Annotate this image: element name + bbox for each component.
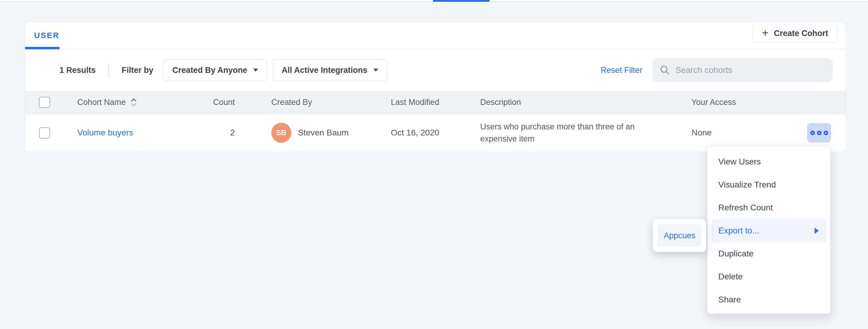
submenu-item-appcues[interactable]: Appcues [658, 224, 702, 247]
filter-bar-left: 1 Results Filter by Created By Anyone Al… [59, 59, 393, 81]
last-modified-value: Oct 16, 2020 [391, 128, 439, 138]
more-actions-button[interactable] [807, 124, 831, 142]
row-created-by-cell: SB Steven Baum [271, 114, 349, 152]
tab-user-active-underline [25, 47, 59, 49]
top-nav-strip [0, 0, 868, 2]
menu-item-duplicate[interactable]: Duplicate [707, 242, 830, 265]
header-description: Description [480, 91, 661, 114]
ellipsis-dot-icon [810, 131, 815, 135]
chevron-down-icon [253, 68, 258, 72]
header-cohort-name-label: Cohort Name [77, 98, 126, 107]
menu-item-export-to[interactable]: Export to... [712, 219, 826, 242]
search-icon [660, 65, 670, 75]
row-checkbox-cell [39, 114, 51, 152]
description-value: Users who purchase more than three of an… [480, 121, 661, 145]
header-your-access-label: Your Access [691, 98, 736, 107]
select-all-checkbox-cell [39, 91, 51, 114]
create-cohort-label: Create Cohort [774, 29, 828, 38]
created-by-dropdown[interactable]: Created By Anyone [163, 59, 267, 81]
header-created-by-label: Created By [271, 98, 312, 107]
row-your-access-cell: None [691, 114, 712, 152]
menu-item-view-users[interactable]: View Users [707, 150, 830, 173]
ellipsis-dot-icon [824, 131, 828, 135]
chevron-down-icon [373, 68, 378, 72]
filter-bar-right: Reset Filter [600, 58, 833, 82]
cohorts-panel: USER + Create Cohort 1 Results Filter by… [25, 22, 846, 151]
ellipsis-dot-icon [817, 131, 822, 135]
plus-icon: + [762, 28, 768, 38]
search-box[interactable] [652, 58, 833, 82]
your-access-value: None [691, 128, 712, 138]
header-last-modified[interactable]: Last Modified [391, 91, 439, 114]
filter-bar: 1 Results Filter by Created By Anyone Al… [25, 49, 845, 91]
header-count[interactable]: Count [158, 91, 235, 114]
menu-item-visualize-trend[interactable]: Visualize Trend [707, 173, 830, 196]
created-by-value: Steven Baum [298, 128, 349, 138]
header-last-modified-label: Last Modified [391, 98, 439, 107]
menu-item-refresh-count[interactable]: Refresh Count [707, 196, 830, 219]
row-actions-context-menu: View Users Visualize Trend Refresh Count… [707, 146, 831, 314]
tab-user[interactable]: USER [25, 22, 68, 49]
header-description-label: Description [480, 98, 521, 107]
header-created-by[interactable]: Created By [271, 91, 312, 114]
export-to-submenu: Appcues [653, 219, 706, 252]
menu-item-share[interactable]: Share [707, 288, 830, 311]
sort-icon[interactable] [131, 98, 137, 106]
integrations-dropdown[interactable]: All Active Integrations [273, 59, 387, 81]
filter-by-label: Filter by [122, 65, 153, 75]
row-count-cell: 2 [158, 114, 235, 152]
cohorts-page: USER + Create Cohort 1 Results Filter by… [0, 0, 868, 329]
header-count-label: Count [213, 98, 235, 107]
results-count: 1 Results [59, 65, 96, 75]
table-header-row: Cohort Name Count Created By Last Modifi… [25, 91, 845, 114]
avatar: SB [271, 123, 291, 143]
menu-item-export-to-label: Export to... [718, 226, 759, 236]
row-cohort-name-cell: Volume buyers [77, 114, 133, 152]
cohort-name-link[interactable]: Volume buyers [77, 128, 133, 138]
divider [108, 63, 109, 77]
submenu-arrow-icon [814, 228, 819, 234]
create-cohort-button[interactable]: + Create Cohort [753, 24, 838, 43]
row-description-cell: Users who purchase more than three of an… [480, 114, 661, 152]
menu-item-delete[interactable]: Delete [707, 265, 830, 288]
tab-bar: USER + Create Cohort [25, 22, 845, 49]
select-all-checkbox[interactable] [39, 97, 50, 108]
count-value: 2 [230, 128, 235, 138]
row-checkbox[interactable] [39, 127, 50, 138]
created-by-dropdown-label: Created By Anyone [172, 65, 247, 75]
search-input[interactable] [676, 65, 826, 75]
reset-filter-link[interactable]: Reset Filter [600, 65, 642, 75]
row-last-modified-cell: Oct 16, 2020 [391, 114, 439, 152]
tab-user-label: USER [34, 31, 59, 40]
integrations-dropdown-label: All Active Integrations [282, 65, 367, 75]
header-cohort-name[interactable]: Cohort Name [77, 91, 137, 114]
active-nav-tab-indicator [433, 0, 490, 2]
header-your-access: Your Access [691, 91, 736, 114]
